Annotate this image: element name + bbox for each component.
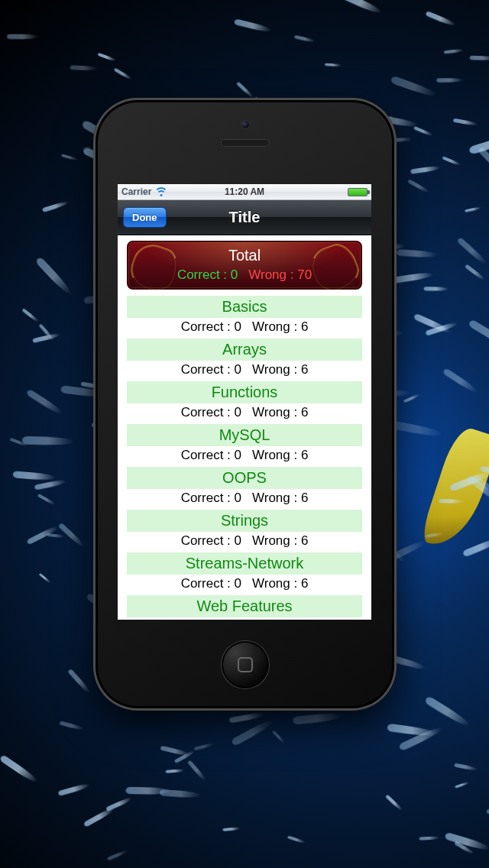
- fish-decoration: [42, 200, 70, 212]
- fish-decoration: [0, 754, 39, 785]
- fish-decoration: [22, 436, 74, 446]
- fish-decoration: [61, 154, 78, 160]
- category-name: Functions: [127, 381, 362, 403]
- fish-decoration: [410, 165, 441, 174]
- category-wrong: Wrong : 6: [252, 576, 308, 591]
- total-correct: Correct : 0: [177, 267, 238, 283]
- fish-decoration: [12, 471, 56, 481]
- category-row[interactable]: MySQLCorrect : 0Wrong : 6: [127, 424, 362, 465]
- fish-decoration: [426, 11, 457, 28]
- category-name: MySQL: [127, 424, 362, 446]
- fish-decoration: [325, 63, 342, 67]
- fish-decoration: [443, 49, 464, 54]
- fish-decoration: [468, 319, 489, 350]
- fish-decoration: [67, 668, 92, 694]
- fish-decoration: [294, 35, 316, 44]
- category-scores: Correct : 0Wrong : 6: [127, 318, 362, 337]
- done-button[interactable]: Done: [123, 207, 167, 228]
- fish-decoration: [457, 237, 488, 266]
- phone-device-frame: Carrier 11:20 AM Done Title Total Correc…: [93, 98, 397, 711]
- category-wrong: Wrong : 6: [252, 533, 308, 548]
- category-scores: Correct : 0Wrong : 6: [127, 489, 362, 508]
- fish-decoration: [397, 249, 438, 258]
- fish-decoration: [385, 795, 403, 812]
- category-correct: Correct : 0: [181, 405, 241, 419]
- category-correct: Correct : 0: [181, 362, 241, 377]
- category-list: BasicsCorrect : 0Wrong : 6ArraysCorrect …: [127, 296, 362, 620]
- fish-decoration: [22, 308, 40, 323]
- fish-decoration: [187, 760, 207, 782]
- wifi-icon: [156, 187, 167, 196]
- page-title: Title: [229, 209, 261, 226]
- earpiece-speaker: [221, 139, 270, 147]
- category-scores: Correct : 0Wrong : 6: [127, 403, 362, 423]
- results-content[interactable]: Total Correct : 0 Wrong : 70 BasicsCorre…: [118, 235, 371, 620]
- category-wrong: Wrong : 6: [252, 405, 308, 419]
- category-name: Web Features: [127, 595, 362, 617]
- fish-decoration: [234, 18, 272, 33]
- fish-decoration: [113, 68, 132, 81]
- fish-decoration: [436, 78, 463, 83]
- fish-decoration: [413, 126, 433, 137]
- fish-decoration: [34, 479, 67, 491]
- category-row[interactable]: Web FeaturesCorrect : 0Wrong : 6: [127, 595, 362, 620]
- category-scores: Correct : 0Wrong : 6: [127, 617, 362, 620]
- fish-decoration: [486, 801, 489, 815]
- category-correct: Correct : 0: [181, 533, 241, 548]
- category-correct: Correct : 0: [181, 448, 241, 462]
- fish-decoration: [287, 836, 306, 844]
- fish-decoration: [419, 837, 439, 841]
- fish-decoration: [272, 730, 286, 744]
- status-clock: 11:20 AM: [225, 186, 264, 197]
- fish-decoration: [165, 769, 184, 773]
- total-wrong: Wrong : 70: [248, 267, 312, 283]
- category-wrong: Wrong : 6: [252, 448, 308, 462]
- fish-decoration: [160, 746, 189, 757]
- fish-decoration: [83, 806, 115, 828]
- fish-decoration: [194, 743, 215, 751]
- fish-decoration: [462, 535, 489, 557]
- fish-decoration: [338, 0, 383, 15]
- fish-decoration: [70, 66, 99, 71]
- category-scores: Correct : 0Wrong : 6: [127, 575, 362, 594]
- fish-decoration: [442, 368, 478, 394]
- category-wrong: Wrong : 6: [252, 491, 308, 505]
- navigation-bar: Done Title: [118, 200, 371, 235]
- category-row[interactable]: BasicsCorrect : 0Wrong : 6: [127, 296, 362, 337]
- category-scores: Correct : 0Wrong : 6: [127, 532, 362, 551]
- category-name: Streams-Network: [127, 552, 362, 575]
- fish-decoration: [231, 718, 275, 747]
- category-name: Arrays: [127, 338, 362, 361]
- fish-decoration: [7, 34, 39, 39]
- fish-decoration: [293, 711, 344, 724]
- category-row[interactable]: FunctionsCorrect : 0Wrong : 6: [127, 381, 362, 423]
- fish-decoration: [424, 695, 471, 729]
- category-row[interactable]: ArraysCorrect : 0Wrong : 6: [127, 338, 362, 380]
- fish-decoration: [407, 179, 430, 194]
- category-row[interactable]: OOPSCorrect : 0Wrong : 6: [127, 467, 362, 508]
- fish-decoration: [37, 494, 57, 506]
- total-label: Total: [128, 242, 361, 264]
- status-bar: Carrier 11:20 AM: [118, 184, 371, 200]
- front-camera: [241, 121, 249, 128]
- fish-decoration: [424, 287, 449, 291]
- category-wrong: Wrong : 6: [252, 362, 308, 377]
- fish-decoration: [223, 827, 241, 831]
- home-button[interactable]: [221, 640, 270, 689]
- fish-decoration: [455, 782, 470, 789]
- fish-decoration: [228, 712, 264, 724]
- fish-decoration: [391, 420, 444, 438]
- fish-decoration: [454, 763, 478, 771]
- category-wrong: Wrong : 6: [252, 319, 308, 334]
- fish-decoration: [465, 206, 481, 212]
- category-correct: Correct : 0: [181, 491, 241, 505]
- category-row[interactable]: Streams-NetworkCorrect : 0Wrong : 6: [127, 552, 362, 594]
- category-correct: Correct : 0: [181, 619, 241, 620]
- fish-decoration: [35, 257, 74, 297]
- fish-decoration: [59, 721, 84, 730]
- fish-decoration: [465, 264, 486, 281]
- category-row[interactable]: StringsCorrect : 0Wrong : 6: [127, 510, 362, 551]
- fish-decoration: [442, 156, 461, 167]
- category-correct: Correct : 0: [181, 319, 241, 334]
- fish-decoration: [236, 82, 254, 99]
